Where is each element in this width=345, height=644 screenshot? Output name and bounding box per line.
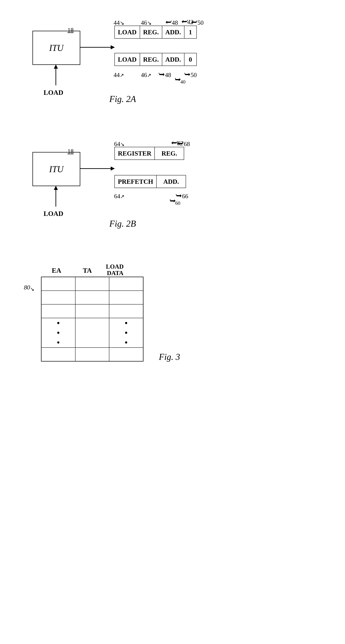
ref-46-top: 46↘ <box>141 19 152 26</box>
table-cell <box>109 291 143 304</box>
table-row <box>41 277 143 291</box>
table-cell <box>41 277 75 291</box>
col-header-data: DATA <box>107 270 124 277</box>
inst-cell-reg2: REG. <box>155 147 184 160</box>
fig2a-caption: Fig. 2A <box>109 94 136 104</box>
ref-48-bot: ⮩48 <box>159 72 171 78</box>
inst-cell-register: REGISTER <box>115 147 155 160</box>
inst-cell-load-2: LOAD <box>115 53 140 66</box>
load-arrow-2b <box>56 186 56 207</box>
load-arrow-2a <box>56 65 56 86</box>
ref-64-bot: 64↗ <box>114 193 124 200</box>
arrow-itu-to-inst-2b <box>80 168 114 169</box>
load-label-2b: LOAD <box>44 210 63 218</box>
inst-cell-bit-2: 0 <box>184 53 196 66</box>
ref-50-top: ⮨50 <box>191 19 204 26</box>
ref-18-2a: 18 <box>68 26 74 34</box>
instruction-row-2-2a: LOAD REG. ADD. 0 <box>114 53 197 66</box>
table-row <box>41 291 143 304</box>
ref-50-bot: ⮩50 <box>184 72 197 78</box>
figure-2b: ITU 18 LOAD ⮨62 64↘ ⮨68 REGISTER <box>10 128 335 238</box>
figure-2a: ITU 18 LOAD ⮨42 44↘ 46↘ ⮨48 ⮨50 <box>10 10 335 113</box>
table-cell-dots-data: ••• <box>109 318 143 348</box>
ref-40: ⮩40 <box>174 76 186 85</box>
ref-18-2b: 18 <box>68 148 74 155</box>
load-label-2a: LOAD <box>44 88 63 96</box>
ref-80: 80↘ <box>24 284 34 292</box>
table-3: ••• ••• <box>41 277 144 362</box>
arrow-itu-to-inst-2a <box>80 47 114 48</box>
figure-3: 80↘ EA TA LOAD DATA <box>10 256 335 410</box>
itu-text-2a: ITU <box>49 43 64 53</box>
page: ITU 18 LOAD ⮨42 44↘ 46↘ ⮨48 ⮨50 <box>0 0 345 644</box>
ref-68: ⮨68 <box>178 140 190 148</box>
ref-44-bot: 44↗ <box>114 72 124 78</box>
table-cell <box>75 304 109 318</box>
fig2b-caption: Fig. 2B <box>109 218 136 229</box>
table-row <box>41 348 143 361</box>
table-cell <box>109 277 143 291</box>
inst-cell-add-1: ADD. <box>162 26 184 38</box>
col-header-ea: EA <box>52 266 61 274</box>
table-cell <box>109 348 143 361</box>
table-row-dots: ••• ••• <box>41 318 143 348</box>
table-row <box>41 304 143 318</box>
inst-cell-add-2: ADD. <box>162 53 184 66</box>
inst-cell-add2: ADD. <box>156 176 186 188</box>
ref-64-top: 64↘ <box>114 140 124 148</box>
itu-label-2a: ITU <box>32 31 80 65</box>
table-cell <box>75 277 109 291</box>
table-cell-dots-ta <box>75 318 109 348</box>
ref-46-bot: 46↗ <box>141 72 151 78</box>
inst-cell-load-1: LOAD <box>115 26 140 38</box>
itu-label-2b: ITU <box>32 152 80 186</box>
ref-48-top: ⮨48 <box>166 19 178 26</box>
col-header-ta: TA <box>83 266 92 274</box>
instruction-row-1-2a: LOAD REG. ADD. 1 <box>114 26 197 38</box>
instruction-row-1-2b: REGISTER REG. <box>114 147 184 160</box>
inst-cell-reg-1: REG. <box>140 26 162 38</box>
itu-text-2b: ITU <box>49 164 64 174</box>
table-cell <box>41 304 75 318</box>
inst-cell-prefetch: PREFETCH <box>115 176 156 188</box>
inst-cell-bit-1: 1 <box>184 26 196 38</box>
fig3-caption: Fig. 3 <box>159 352 180 362</box>
inst-cell-reg-2: REG. <box>140 53 162 66</box>
table-cell <box>41 348 75 361</box>
table-cell-dots-ea: ••• <box>41 318 75 348</box>
ref-44-top: 44↘ <box>114 19 124 26</box>
col-header-load: LOAD <box>106 263 124 270</box>
table-cell <box>41 291 75 304</box>
table-cell <box>75 291 109 304</box>
instruction-row-2-2b: PREFETCH ADD. <box>114 175 186 188</box>
table-cell <box>75 348 109 361</box>
table-cell <box>109 304 143 318</box>
ref-60: ⮩60 <box>169 198 180 206</box>
